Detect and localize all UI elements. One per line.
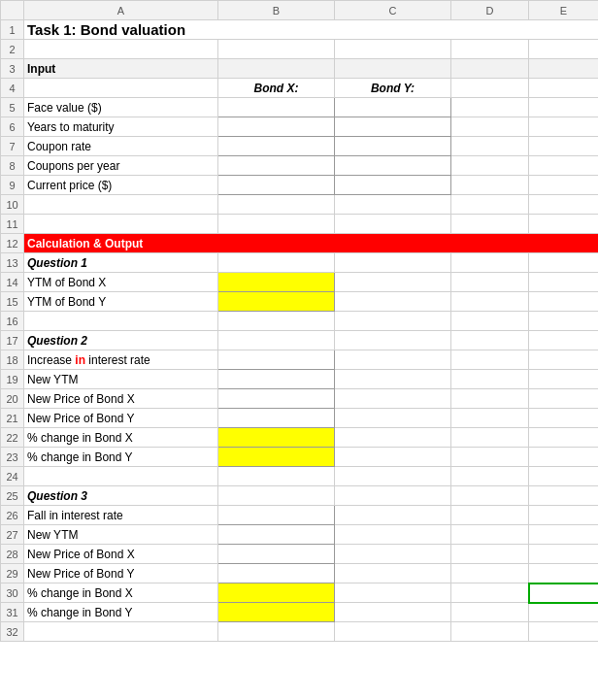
row-2: 2: [1, 40, 599, 59]
cell-b6[interactable]: [218, 117, 335, 137]
cell-c20: [335, 389, 451, 409]
cell-a15: YTM of Bond Y: [24, 292, 218, 312]
row-num-4: 4: [1, 79, 24, 98]
cell-e29: [529, 564, 599, 583]
cell-a19: New YTM: [24, 370, 218, 389]
cell-b15-yellow[interactable]: [218, 292, 335, 312]
cell-b11: [218, 215, 335, 234]
cell-e24: [529, 467, 599, 486]
spreadsheet: A B C D E 1 Task 1: Bond valuation 2 3: [0, 0, 598, 642]
cell-b27[interactable]: [218, 525, 335, 545]
cell-e10: [529, 195, 599, 215]
cell-a5: Face value ($): [24, 98, 218, 117]
cell-a16: [24, 312, 218, 331]
cell-b31-yellow[interactable]: [218, 603, 335, 622]
cell-b18[interactable]: [218, 350, 335, 370]
row-num-23: 23: [1, 448, 24, 467]
cell-b13: [218, 253, 335, 273]
cell-b30-yellow[interactable]: [218, 583, 335, 603]
cell-c25: [335, 486, 451, 506]
cell-c5[interactable]: [335, 98, 451, 117]
row-25: 25 Question 3: [1, 486, 599, 506]
cell-e21: [529, 409, 599, 428]
cell-d28: [451, 545, 529, 564]
cell-b25: [218, 486, 335, 506]
row-7: 7 Coupon rate: [1, 137, 599, 156]
cell-b28[interactable]: [218, 545, 335, 564]
cell-e13: [529, 253, 599, 273]
cell-a9: Current price ($): [24, 176, 218, 195]
col-header-c: C: [335, 1, 451, 20]
cell-a28: New Price of Bond X: [24, 545, 218, 564]
cell-d9: [451, 176, 529, 195]
cell-c18: [335, 350, 451, 370]
row-20: 20 New Price of Bond X: [1, 389, 599, 409]
cell-b22-yellow[interactable]: [218, 428, 335, 448]
cell-b8[interactable]: [218, 156, 335, 176]
cell-b23-yellow[interactable]: [218, 448, 335, 467]
cell-c4-bond-y: Bond Y:: [335, 79, 451, 98]
row-num-5: 5: [1, 98, 24, 117]
cell-a18: Increase in interest rate: [24, 350, 218, 370]
row-13: 13 Question 1: [1, 253, 599, 273]
cell-b19[interactable]: [218, 370, 335, 389]
cell-e28: [529, 545, 599, 564]
cell-e4: [529, 79, 599, 98]
cell-b21[interactable]: [218, 409, 335, 428]
cell-c7[interactable]: [335, 137, 451, 156]
row-num-1: 1: [1, 20, 24, 40]
row-14: 14 YTM of Bond X: [1, 273, 599, 292]
cell-b14-yellow[interactable]: [218, 273, 335, 292]
cell-c32: [335, 622, 451, 642]
cell-c9[interactable]: [335, 176, 451, 195]
row-28: 28 New Price of Bond X: [1, 545, 599, 564]
row-num-29: 29: [1, 564, 24, 583]
cell-c13: [335, 253, 451, 273]
cell-e20: [529, 389, 599, 409]
cell-b9[interactable]: [218, 176, 335, 195]
cell-a6: Years to maturity: [24, 117, 218, 137]
cell-b20[interactable]: [218, 389, 335, 409]
row-num-21: 21: [1, 409, 24, 428]
row-num-26: 26: [1, 506, 24, 525]
cell-e3: [529, 59, 599, 79]
cell-a30: % change in Bond X: [24, 583, 218, 603]
cell-question2: Question 2: [24, 331, 218, 350]
cell-e30-green-border[interactable]: [529, 583, 599, 603]
cell-b7[interactable]: [218, 137, 335, 156]
row-11: 11: [1, 215, 599, 234]
cell-d2: [451, 40, 529, 59]
row-19: 19 New YTM: [1, 370, 599, 389]
cell-d14: [451, 273, 529, 292]
row-24: 24: [1, 467, 599, 486]
cell-a27: New YTM: [24, 525, 218, 545]
row-num-28: 28: [1, 545, 24, 564]
cell-c19: [335, 370, 451, 389]
cell-e18: [529, 350, 599, 370]
row-23: 23 % change in Bond Y: [1, 448, 599, 467]
cell-d10: [451, 195, 529, 215]
cell-c8[interactable]: [335, 156, 451, 176]
row-num-16: 16: [1, 312, 24, 331]
row-4: 4 Bond X: Bond Y:: [1, 79, 599, 98]
cell-d27: [451, 525, 529, 545]
cell-e25: [529, 486, 599, 506]
cell-b26[interactable]: [218, 506, 335, 525]
cell-b5[interactable]: [218, 98, 335, 117]
cell-c24: [335, 467, 451, 486]
cell-c22: [335, 428, 451, 448]
cell-d8: [451, 156, 529, 176]
row-29: 29 New Price of Bond Y: [1, 564, 599, 583]
cell-e15: [529, 292, 599, 312]
cell-a22: % change in Bond X: [24, 428, 218, 448]
cell-b32: [218, 622, 335, 642]
cell-d31: [451, 603, 529, 622]
cell-b29[interactable]: [218, 564, 335, 583]
cell-d30: [451, 583, 529, 603]
increase-text: Increase: [27, 353, 75, 367]
row-num-14: 14: [1, 273, 24, 292]
row-num-27: 27: [1, 525, 24, 545]
row-18: 18 Increase in interest rate: [1, 350, 599, 370]
cell-c23: [335, 448, 451, 467]
cell-c6[interactable]: [335, 117, 451, 137]
